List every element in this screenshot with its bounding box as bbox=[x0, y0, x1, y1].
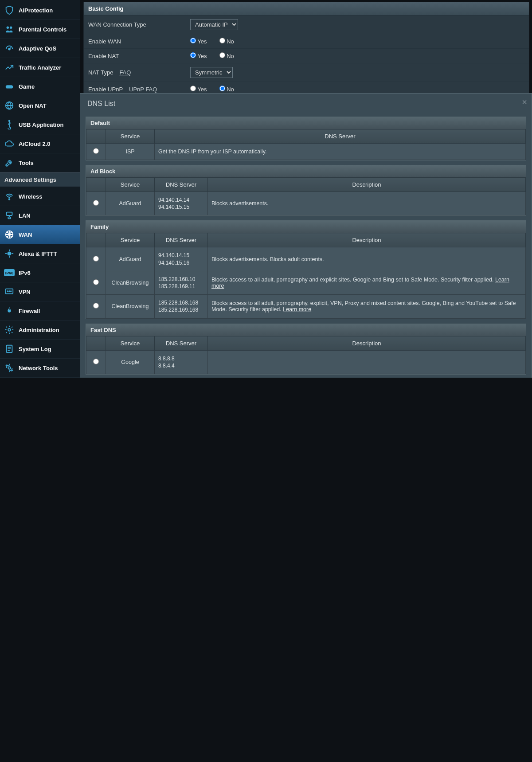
sidebar-item-label: LAN bbox=[19, 212, 31, 219]
enable-wan-no[interactable] bbox=[219, 38, 225, 43]
main-content: Basic Config WAN Connection Type Automat… bbox=[80, 0, 532, 378]
dns-radio[interactable] bbox=[93, 279, 99, 285]
enable-upnp-no[interactable] bbox=[219, 86, 225, 91]
sidebar-item-game[interactable]: Game bbox=[0, 77, 80, 96]
sidebar-item-open-nat[interactable]: Open NAT bbox=[0, 96, 80, 115]
svg-point-12 bbox=[8, 252, 11, 255]
close-icon[interactable]: × bbox=[522, 97, 527, 107]
sidebar-item-network-tools[interactable]: Network Tools bbox=[0, 359, 80, 378]
dns-radio[interactable] bbox=[93, 256, 99, 262]
cloud-icon bbox=[4, 139, 15, 148]
ipv6-icon: IPv6 bbox=[4, 268, 15, 277]
nat-faq-link[interactable]: FAQ bbox=[119, 69, 131, 76]
sidebar-item-label: Alexa & IFTTT bbox=[19, 250, 57, 257]
table-row: AdGuard94.140.14.1594.140.15.16Blocks ad… bbox=[86, 247, 526, 271]
wan-type-select[interactable]: Automatic IP bbox=[190, 19, 238, 30]
sidebar-item-label: Open NAT bbox=[19, 102, 47, 109]
sidebar-item-tools[interactable]: Tools bbox=[0, 153, 80, 172]
enable-nat-label: Enable NAT bbox=[88, 53, 190, 59]
sidebar-item-vpn[interactable]: VPN bbox=[0, 282, 80, 301]
svg-point-0 bbox=[7, 27, 9, 29]
sidebar-item-label: Network Tools bbox=[19, 365, 58, 371]
sidebar-item-wireless[interactable]: Wireless bbox=[0, 187, 80, 206]
advanced-settings-header: Advanced Settings bbox=[0, 172, 80, 187]
wan-type-label: WAN Connection Type bbox=[88, 21, 190, 28]
svg-point-28 bbox=[8, 367, 11, 369]
sidebar-item-aicloud-2-0[interactable]: AiCloud 2.0 bbox=[0, 134, 80, 153]
firewall-icon bbox=[4, 306, 15, 316]
nat-type-label: NAT Type bbox=[88, 69, 113, 76]
sidebar-item-parental-controls[interactable]: Parental Controls bbox=[0, 20, 80, 39]
svg-point-23 bbox=[8, 328, 11, 331]
service-cell: Google bbox=[106, 350, 155, 374]
dns-cell: Get the DNS IP from your ISP automatical… bbox=[155, 144, 526, 160]
svg-text:IPv6: IPv6 bbox=[5, 271, 14, 275]
gamepad-icon bbox=[4, 82, 15, 91]
dns-radio[interactable] bbox=[93, 359, 99, 364]
table-row: Google8.8.8.88.8.4.4 bbox=[86, 350, 526, 374]
gauge-icon bbox=[4, 43, 15, 53]
sidebar-item-label: VPN bbox=[19, 289, 31, 295]
vpn-icon bbox=[4, 287, 15, 297]
sidebar-item-adaptive-qos[interactable]: Adaptive QoS bbox=[0, 39, 80, 58]
enable-nat-no[interactable] bbox=[219, 52, 225, 58]
wan-icon bbox=[4, 230, 15, 239]
shield-icon bbox=[4, 5, 15, 15]
sidebar-item-alexa-ifttt[interactable]: Alexa & IFTTT bbox=[0, 244, 80, 263]
dns-cell: 185.228.168.168185.228.169.168 bbox=[155, 295, 208, 318]
sidebar-item-label: System Log bbox=[19, 346, 51, 352]
dns-section-default: DefaultServiceDNS ServerISPGet the DNS I… bbox=[86, 117, 526, 160]
enable-upnp-label: Enable UPnP bbox=[88, 86, 123, 93]
enable-wan-yes[interactable] bbox=[190, 38, 196, 43]
sidebar-item-label: IPv6 bbox=[19, 270, 31, 276]
enable-nat-yes[interactable] bbox=[190, 52, 196, 58]
sidebar-item-label: Tools bbox=[19, 160, 34, 166]
learn-more-link[interactable]: Learn more bbox=[211, 277, 509, 289]
chart-icon bbox=[4, 63, 15, 72]
svg-point-22 bbox=[11, 291, 12, 292]
sidebar-item-label: Traffic Analyzer bbox=[19, 64, 61, 71]
learn-more-link[interactable]: Learn more bbox=[283, 306, 311, 313]
dns-cell: 94.140.14.1494.140.15.15 bbox=[155, 192, 208, 215]
dns-cell: 8.8.8.88.8.4.4 bbox=[155, 350, 208, 374]
sidebar-item-label: Game bbox=[19, 83, 35, 90]
table-row: CleanBrowsing185.228.168.10185.228.169.1… bbox=[86, 271, 526, 294]
sidebar-item-usb-application[interactable]: USB Application bbox=[0, 115, 80, 134]
basic-config-title: Basic Config bbox=[84, 2, 529, 16]
section-header: Family bbox=[86, 221, 526, 233]
service-cell: AdGuard bbox=[106, 192, 155, 215]
nat-type-select[interactable]: Symmetric bbox=[190, 67, 233, 78]
section-header: Fast DNS bbox=[86, 324, 526, 336]
svg-line-3 bbox=[9, 47, 11, 49]
sidebar-item-lan[interactable]: LAN bbox=[0, 206, 80, 225]
sidebar-item-system-log[interactable]: System Log bbox=[0, 340, 80, 359]
dns-radio[interactable] bbox=[93, 148, 99, 154]
sidebar-item-administration[interactable]: Administration bbox=[0, 320, 80, 340]
sidebar-item-label: Administration bbox=[19, 327, 59, 333]
service-cell: CleanBrowsing bbox=[106, 271, 155, 294]
svg-point-1 bbox=[10, 27, 12, 29]
dns-section-family: FamilyServiceDNS ServerDescriptionAdGuar… bbox=[86, 220, 526, 319]
svg-point-21 bbox=[9, 291, 10, 292]
service-cell: AdGuard bbox=[106, 247, 155, 271]
dns-cell: 185.228.168.10185.228.169.11 bbox=[155, 271, 208, 294]
dns-section-fast-dns: Fast DNSServiceDNS ServerDescriptionGoog… bbox=[86, 324, 526, 375]
sidebar-item-ipv6[interactable]: IPv6IPv6 bbox=[0, 263, 80, 282]
sidebar-item-label: Adaptive QoS bbox=[19, 45, 56, 52]
enable-wan-label: Enable WAN bbox=[88, 38, 190, 45]
table-row: CleanBrowsing185.228.168.168185.228.169.… bbox=[86, 295, 526, 318]
desc-cell: Blocks access to all adult, pornography … bbox=[208, 271, 526, 294]
dns-radio[interactable] bbox=[93, 303, 99, 309]
sidebar-item-firewall[interactable]: Firewall bbox=[0, 301, 80, 320]
section-header: Default bbox=[86, 117, 526, 129]
svg-rect-4 bbox=[6, 85, 13, 88]
sidebar-item-wan[interactable]: WAN bbox=[0, 225, 80, 244]
enable-upnp-yes[interactable] bbox=[190, 86, 196, 91]
sidebar-item-label: Wireless bbox=[19, 193, 42, 200]
wrench-icon bbox=[4, 158, 15, 168]
dns-radio[interactable] bbox=[93, 200, 99, 206]
gear-icon bbox=[4, 325, 15, 335]
sidebar-item-traffic-analyzer[interactable]: Traffic Analyzer bbox=[0, 58, 80, 77]
sidebar-item-aiprotection[interactable]: AiProtection bbox=[0, 1, 80, 20]
upnp-faq-link[interactable]: UPnP FAQ bbox=[129, 86, 157, 93]
